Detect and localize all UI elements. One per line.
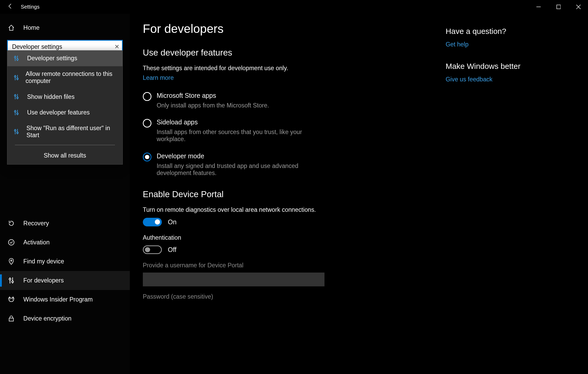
learn-more-link[interactable]: Learn more [143, 74, 446, 81]
maximize-button[interactable] [549, 0, 568, 14]
svg-point-5 [14, 56, 16, 58]
section-desc: Turn on remote diagnostics over local ar… [143, 206, 446, 213]
window-title: Settings [21, 4, 40, 10]
dropdown-item-label: Allow remote connections to this compute… [26, 70, 117, 85]
check-circle-icon [7, 239, 16, 246]
aside-heading: Make Windows better [446, 62, 575, 71]
svg-rect-32 [9, 318, 14, 321]
dropdown-item[interactable]: Developer settings [7, 51, 123, 66]
svg-point-29 [12, 281, 14, 283]
radio-label: Microsoft Store apps [157, 92, 269, 99]
close-button[interactable] [568, 0, 588, 14]
username-label: Provide a username for Device Portal [143, 262, 446, 269]
radio-developer-mode[interactable]: Developer mode Install any signed and tr… [143, 152, 446, 177]
sidebar-item-encryption[interactable]: Device encryption [0, 309, 130, 328]
radio-store-apps[interactable]: Microsoft Store apps Only install apps f… [143, 92, 446, 109]
sidebar-item-label: For developers [23, 277, 64, 284]
radio-sublabel: Install apps from other sources that you… [157, 129, 330, 143]
toggle-state-label: On [168, 218, 176, 226]
sidebar-item-recovery[interactable]: Recovery [0, 214, 130, 233]
svg-point-25 [11, 260, 12, 261]
svg-point-13 [14, 95, 16, 96]
sidebar-item-find-device[interactable]: Find my device [0, 252, 130, 271]
page-title: For developers [143, 22, 446, 36]
sidebar: Home ✕ Developer settings Allow remote c… [0, 14, 130, 374]
dropdown-item[interactable]: Allow remote connections to this compute… [7, 66, 123, 89]
username-input[interactable] [143, 273, 324, 286]
radio-sublabel: Only install apps from the Microsoft Sto… [157, 102, 269, 109]
minimize-button[interactable] [529, 0, 549, 14]
sliders-icon [13, 129, 20, 135]
sliders-icon [13, 55, 21, 61]
clear-search-icon[interactable]: ✕ [114, 43, 119, 50]
section-heading: Use developer features [143, 48, 446, 58]
toggle-state-label: Off [168, 246, 176, 254]
dropdown-item-label: Use developer features [27, 109, 90, 116]
svg-point-7 [17, 59, 18, 60]
svg-point-30 [10, 299, 10, 300]
sliders-icon [13, 75, 20, 81]
sidebar-item-activation[interactable]: Activation [0, 233, 130, 252]
titlebar: Settings [0, 0, 588, 14]
svg-point-27 [9, 278, 11, 280]
feedback-link[interactable]: Give us feedback [446, 76, 575, 83]
get-help-link[interactable]: Get help [446, 41, 575, 48]
auth-label: Authentication [143, 234, 446, 241]
section-heading: Enable Device Portal [143, 189, 446, 199]
auth-toggle[interactable] [143, 245, 162, 254]
search-dropdown: Developer settings Allow remote connecti… [7, 50, 123, 165]
dropdown-item-label: Developer settings [27, 55, 77, 62]
radio-sublabel: Install any signed and trusted app and u… [157, 162, 330, 177]
radio-label: Sideload apps [157, 118, 330, 126]
sidebar-item-label: Recovery [23, 220, 49, 227]
dropdown-item-label: Show "Run as different user" in Start [26, 125, 117, 139]
ninja-cat-icon [7, 296, 16, 303]
radio-icon [143, 92, 151, 101]
radio-label: Developer mode [157, 152, 330, 160]
recovery-icon [7, 220, 16, 227]
svg-point-31 [12, 299, 13, 300]
radio-icon [143, 119, 151, 128]
device-portal-toggle[interactable] [143, 218, 162, 226]
sliders-icon [13, 110, 21, 116]
aside-heading: Have a question? [446, 27, 575, 36]
sidebar-item-label: Activation [23, 239, 50, 246]
sidebar-home-label: Home [23, 24, 40, 31]
sidebar-item-for-developers[interactable]: For developers [0, 271, 130, 290]
section-desc: These settings are intended for developm… [143, 65, 446, 72]
svg-point-9 [14, 76, 16, 77]
sliders-icon [7, 277, 16, 284]
back-button[interactable] [0, 3, 21, 11]
svg-rect-1 [557, 5, 561, 9]
svg-point-24 [8, 240, 14, 245]
dropdown-item-label: Show hidden files [27, 93, 75, 100]
password-label: Password (case sensitive) [143, 293, 446, 300]
sidebar-item-label: Windows Insider Program [23, 296, 93, 303]
dropdown-item[interactable]: Show hidden files [7, 89, 123, 105]
radio-icon [143, 153, 151, 161]
dropdown-item[interactable]: Use developer features [7, 105, 123, 120]
svg-point-17 [14, 111, 16, 112]
dropdown-divider [15, 145, 115, 145]
sidebar-item-insider[interactable]: Windows Insider Program [0, 290, 130, 309]
svg-point-11 [17, 78, 18, 80]
location-icon [7, 258, 16, 265]
radio-sideload[interactable]: Sideload apps Install apps from other so… [143, 118, 446, 143]
lock-icon [7, 315, 16, 322]
sliders-icon [13, 94, 21, 100]
home-icon [7, 24, 16, 31]
svg-point-21 [14, 130, 16, 131]
sidebar-item-label: Device encryption [23, 315, 72, 322]
dropdown-show-all[interactable]: Show all results [7, 147, 123, 164]
dropdown-item[interactable]: Show "Run as different user" in Start [7, 120, 123, 143]
svg-point-19 [17, 113, 18, 114]
sidebar-item-label: Find my device [23, 258, 64, 265]
svg-point-23 [17, 132, 18, 134]
sidebar-home[interactable]: Home [0, 18, 130, 37]
svg-point-15 [17, 97, 18, 99]
